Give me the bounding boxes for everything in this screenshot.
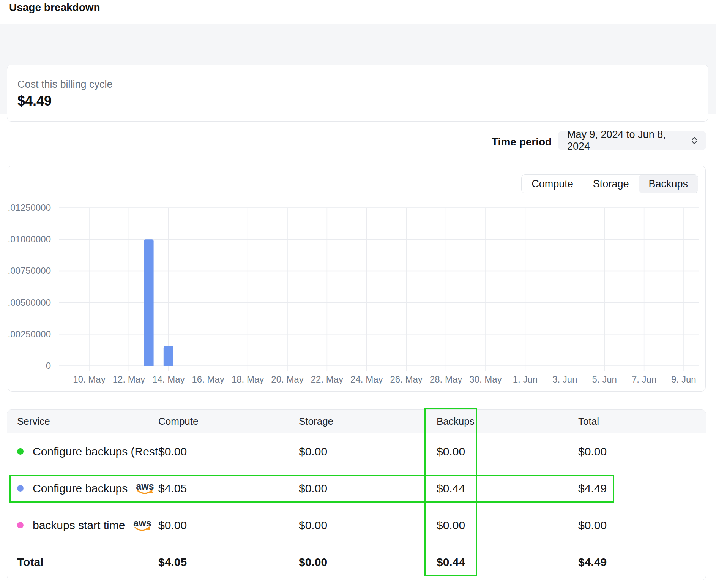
svg-text:aws: aws [136,482,154,492]
chevron-up-down-icon [689,136,699,145]
aws-logo-icon: aws [132,518,153,532]
cell-backups: $0.00 [437,445,578,458]
svg-text:14. May: 14. May [152,374,185,384]
tab-storage[interactable]: Storage [583,175,639,193]
svg-text:22. May: 22. May [311,374,343,384]
svg-text:18. May: 18. May [232,374,264,384]
svg-text:30. May: 30. May [469,374,502,384]
cell-total: $4.49 [578,482,706,495]
svg-text:5. Jun: 5. Jun [592,374,617,384]
total-cell-total: $4.49 [578,556,706,569]
time-period-value: May 9, 2024 to Jun 8, 2024 [567,129,689,152]
svg-text:9. Jun: 9. Jun [671,374,696,384]
cell-storage: $0.00 [299,519,437,532]
time-period-select[interactable]: May 9, 2024 to Jun 8, 2024 [558,131,706,150]
service-name: Configure backups (Resto [33,445,158,458]
cell-total: $0.00 [578,519,706,532]
cell-storage: $0.00 [299,482,437,495]
total-cell-storage: $0.00 [299,556,437,569]
col-header-storage: Storage [299,416,437,427]
svg-text:0: 0 [46,360,51,371]
cell-total: $0.00 [578,445,706,458]
svg-text:aws: aws [134,518,151,528]
svg-text:16. May: 16. May [192,374,224,384]
svg-text:10. May: 10. May [73,374,105,384]
svg-text:7. Jun: 7. Jun [632,374,656,384]
table-row: Configure backups (Resto aws $0.00 $0.00… [7,433,706,470]
billing-cycle-amount: $4.49 [17,93,52,109]
tab-backups[interactable]: Backups [639,175,698,193]
billing-cycle-card: Cost this billing cycle $4.49 [7,65,708,122]
series-color-dot [17,448,24,455]
chart-metric-tabs: Compute Storage Backups [521,174,698,193]
cell-backups: $0.00 [437,519,578,532]
cell-compute: $0.00 [158,519,299,532]
service-name: backups start time [33,519,125,532]
total-cell-backups: $0.44 [437,556,578,569]
svg-text:24. May: 24. May [350,374,383,384]
total-label: Total [17,556,158,569]
col-header-backups: Backups [437,416,578,427]
svg-text:.00500000: .00500000 [8,297,51,308]
svg-text:12. May: 12. May [113,374,145,384]
svg-text:.00250000: .00250000 [8,329,51,339]
usage-breakdown-table: Service Compute Storage Backups Total Co… [7,409,706,580]
svg-text:26. May: 26. May [390,374,423,384]
billing-cycle-label: Cost this billing cycle [17,79,113,90]
cell-storage: $0.00 [299,445,437,458]
service-name: Configure backups [33,482,128,495]
usage-bar-chart: 10. May12. May14. May16. May18. May20. M… [8,166,706,392]
svg-text:20. May: 20. May [271,374,303,384]
table-row: backups start time aws $0.00 $0.00 $0.00… [7,507,706,544]
series-color-dot [17,522,24,528]
svg-text:.00750000: .00750000 [8,266,51,276]
table-header-row: Service Compute Storage Backups Total [7,410,706,433]
cell-backups: $0.44 [437,482,578,495]
time-period-label: Time period [492,136,552,148]
col-header-total: Total [578,416,706,427]
series-color-dot [17,485,24,492]
svg-text:3. Jun: 3. Jun [552,374,577,384]
usage-chart-card: 10. May12. May14. May16. May18. May20. M… [8,166,706,392]
svg-text:1. Jun: 1. Jun [513,374,538,384]
page-title: Usage breakdown [9,2,100,14]
tab-compute[interactable]: Compute [522,175,583,193]
col-header-service: Service [17,416,158,427]
svg-text:.01250000: .01250000 [8,202,51,213]
table-row: Configure backups aws $4.05 $0.00 $0.44 … [7,470,706,507]
svg-text:28. May: 28. May [430,374,462,384]
table-total-row: Total $4.05 $0.00 $0.44 $4.49 [7,544,706,580]
total-cell-compute: $4.05 [158,556,299,569]
cell-compute: $4.05 [158,482,299,495]
col-header-compute: Compute [158,416,299,427]
svg-text:.01000000: .01000000 [8,234,51,244]
cell-compute: $0.00 [158,445,299,458]
billing-summary-section: Cost this billing cycle $4.49 [0,24,716,114]
aws-logo-icon: aws [134,482,156,495]
